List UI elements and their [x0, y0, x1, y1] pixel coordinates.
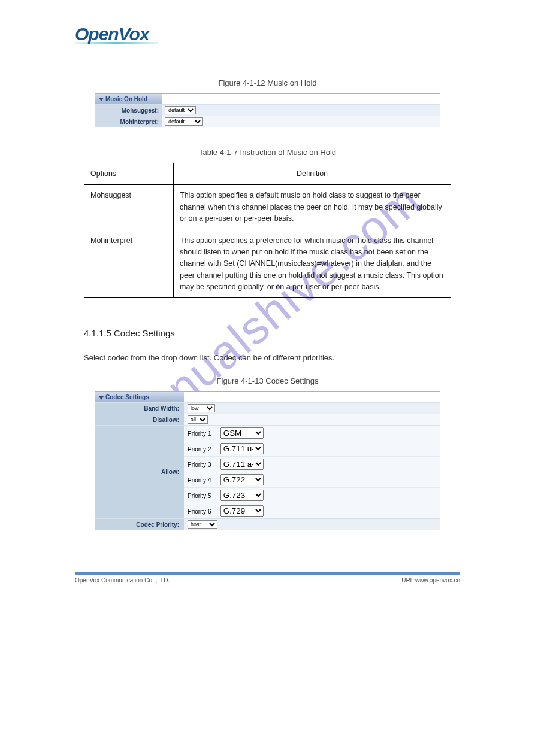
cell-definition: This option specifies a default music on…	[174, 185, 451, 230]
priority-label: Priority 4	[188, 477, 219, 484]
codec-priority-select[interactable]: host	[188, 520, 217, 529]
footer-divider	[75, 572, 460, 575]
priority4-select[interactable]: G.722	[220, 474, 264, 485]
section-title-codec: 4.1.1.5 Codec Settings	[84, 328, 451, 338]
cell-option: Mohinterpret	[84, 230, 174, 298]
section-body-codec: Select codec from the drop down list. Co…	[84, 351, 451, 365]
codec-row-allow: Allow: Priority 1 GSM Priority 2 G.711 u…	[95, 425, 440, 518]
priority6-select[interactable]: G.729	[220, 505, 264, 517]
col-header-options: Options	[84, 163, 174, 185]
figure-caption-codec: Figure 4-1-13 Codec Settings	[0, 377, 535, 385]
priority-label: Priority 3	[188, 462, 219, 468]
priority1-select[interactable]: GSM	[220, 427, 264, 439]
priority-label: Priority 6	[188, 508, 219, 515]
mohinterpret-select[interactable]: default	[165, 117, 203, 126]
page-header: OpenVox	[75, 24, 460, 48]
footer: OpenVox Communication Co. ,LTD. URL:www.…	[75, 577, 460, 584]
table-header-row: Options Definition	[84, 163, 451, 185]
instruction-table-caption: Table 4-1-7 Instruction of Music on Hold	[0, 148, 535, 157]
figure-caption-moh: Figure 4-1-12 Music on Hold	[0, 78, 535, 87]
priority-row: Priority 4 G.722	[184, 472, 440, 487]
priority-label: Priority 2	[188, 446, 219, 453]
priority-row: Priority 6 G.729	[184, 503, 440, 518]
priority-row: Priority 1 GSM	[184, 426, 440, 441]
priority-label: Priority 1	[188, 430, 219, 437]
logo: OpenVox	[75, 24, 460, 44]
disallow-select[interactable]: all	[188, 415, 208, 424]
moh-panel-title[interactable]: Music On Hold	[95, 94, 162, 104]
bandwidth-select[interactable]: low	[188, 404, 215, 412]
moh-panel: Music On Hold Mohsuggest: default Mohint…	[95, 93, 440, 127]
codec-priority-label: Codec Priority:	[95, 519, 184, 530]
moh-label-mohsuggest: Mohsuggest:	[95, 105, 162, 116]
priority-label: Priority 5	[188, 493, 219, 499]
codec-row-priority: Codec Priority: host	[95, 518, 440, 530]
priority-row: Priority 2 G.711 u-law	[184, 441, 440, 456]
priority5-select[interactable]: G.723	[220, 490, 264, 501]
table-row: Mohsuggest This option specifies a defau…	[84, 185, 451, 230]
bandwidth-label: Band Width:	[95, 403, 184, 414]
codec-panel-title[interactable]: Codec Settings	[95, 392, 184, 402]
col-header-definition: Definition	[174, 163, 451, 185]
cell-definition: This option specifies a preference for w…	[174, 230, 451, 298]
mohsuggest-select[interactable]: default	[165, 106, 196, 114]
chevron-down-icon	[99, 98, 104, 101]
codec-panel: Codec Settings Band Width: low Disallow:…	[95, 391, 440, 530]
moh-row-mohinterpret: Mohinterpret: default	[95, 116, 440, 127]
priority-row: Priority 3 G.711 a-law	[184, 456, 440, 472]
cell-option: Mohsuggest	[84, 185, 174, 230]
moh-row-mohsuggest: Mohsuggest: default	[95, 104, 440, 116]
footer-company: OpenVox Communication Co. ,LTD.	[75, 577, 170, 584]
table-row: Mohinterpret This option specifies a pre…	[84, 230, 451, 298]
disallow-label: Disallow:	[95, 414, 184, 425]
footer-url: URL:www.openvox.cn	[401, 577, 460, 584]
priority2-select[interactable]: G.711 u-law	[220, 443, 264, 454]
chevron-down-icon	[99, 396, 104, 400]
priority3-select[interactable]: G.711 a-law	[220, 459, 264, 470]
instruction-table: Options Definition Mohsuggest This optio…	[84, 163, 451, 298]
codec-row-bandwidth: Band Width: low	[95, 402, 440, 414]
codec-row-disallow: Disallow: all	[95, 414, 440, 425]
allow-label: Allow:	[95, 426, 184, 518]
moh-label-mohinterpret: Mohinterpret:	[95, 116, 162, 127]
priority-row: Priority 5 G.723	[184, 487, 440, 503]
